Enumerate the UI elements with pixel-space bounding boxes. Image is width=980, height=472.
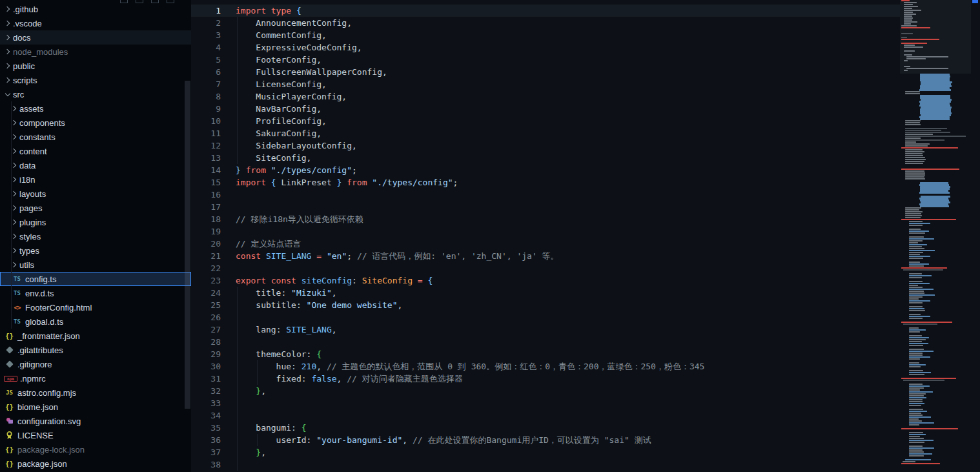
tree-item-pages[interactable]: pages [0, 201, 191, 215]
sidebar-scrollbar[interactable] [185, 81, 190, 409]
minimap[interactable] [900, 0, 971, 472]
code-line-content[interactable]: ExpressiveCodeConfig, [221, 41, 362, 54]
tree-item-npmrc[interactable]: npm.npmrc [0, 371, 191, 385]
code-line-content[interactable] [221, 201, 236, 213]
tree-item-license[interactable]: LICENSE [0, 428, 191, 442]
tree-item-footerconfig-html[interactable]: <>FooterConfig.html [0, 300, 191, 314]
code-line-content[interactable]: subtitle: "One demo website", [221, 299, 402, 311]
code-line-content[interactable] [221, 336, 236, 348]
tree-item-astro-config-mjs[interactable]: JSastro.config.mjs [0, 385, 191, 400]
code-line-content[interactable]: import type { [221, 5, 301, 17]
tree-item-utils[interactable]: utils [0, 258, 191, 272]
tree-item-vscode[interactable]: .vscode [0, 16, 191, 30]
minimap-line [909, 283, 930, 284]
tree-item-styles[interactable]: styles [0, 229, 191, 243]
code-line-content[interactable] [221, 225, 236, 238]
code-line-content[interactable]: ProfileConfig, [221, 115, 327, 127]
tree-item-layouts[interactable]: layouts [0, 187, 191, 201]
code-line-content[interactable]: fixed: false, // 对访问者隐藏主题色选择器 [221, 373, 463, 385]
tree-item-global-d-ts[interactable]: TSglobal.d.ts [0, 314, 191, 329]
tree-item-types[interactable]: types [0, 243, 191, 258]
minimap-line [909, 225, 923, 226]
indent-guide [257, 434, 258, 446]
tree-item-label: content [19, 147, 47, 156]
minimap-line [909, 331, 920, 333]
tree-item-config-ts[interactable]: TSconfig.ts [0, 272, 191, 286]
code-line-content[interactable] [221, 189, 236, 201]
code-line-content[interactable]: lang: SITE_LANG, [221, 323, 337, 336]
line-number: 12 [191, 139, 221, 152]
tree-item-configuration-svg[interactable]: configuration.svg [0, 414, 191, 428]
tree-item-assets[interactable]: assets [0, 101, 191, 116]
code-line-content[interactable]: title: "Mizuki", [221, 287, 337, 299]
code-line-content[interactable]: FooterConfig, [221, 54, 322, 66]
overview-ruler[interactable] [971, 0, 980, 472]
line-number: 29 [191, 348, 221, 360]
code-line-content[interactable] [221, 458, 236, 471]
minimap-line [905, 170, 924, 172]
code-line-content[interactable]: themeColor: { [221, 348, 322, 360]
minimap-line [909, 434, 926, 435]
code-line-content[interactable]: SidebarLayoutConfig, [221, 139, 357, 152]
tree-item-node-modules[interactable]: node_modules [0, 45, 191, 59]
code-line-content[interactable]: FullscreenWallpaperConfig, [221, 66, 387, 78]
minimap-line [901, 378, 956, 379]
line-number: 35 [191, 422, 221, 434]
code-line-content[interactable]: NavBarConfig, [221, 103, 322, 115]
tree-item-package-lock-json[interactable]: {}package-lock.json [0, 442, 191, 457]
code-line-content[interactable]: const SITE_LANG = "en"; // 语言代码，例如: 'en'… [221, 250, 559, 262]
tree-item-frontmatter-json[interactable]: {}_frontmatter.json [0, 329, 191, 343]
code-area[interactable]: 1import type {2 AnnouncementConfig,3 Com… [191, 5, 900, 471]
indent-guide [237, 360, 238, 373]
code-line-content[interactable]: // 定义站点语言 [221, 238, 301, 250]
code-line-content[interactable]: AnnouncementConfig, [221, 17, 352, 29]
tree-item-i18n[interactable]: i18n [0, 172, 191, 187]
tree-item-package-json[interactable]: {}package.json [0, 457, 191, 471]
tree-item-data[interactable]: data [0, 158, 191, 172]
tree-item-constants[interactable]: constants [0, 130, 191, 144]
code-line-content[interactable]: // 移除i18n导入以避免循环依赖 [221, 213, 363, 225]
code-line-content[interactable]: LicenseConfig, [221, 78, 327, 90]
tree-item-components[interactable]: components [0, 116, 191, 130]
tree-item-public[interactable]: public [0, 59, 191, 73]
tree-item-docs[interactable]: docs [0, 30, 191, 45]
minimap-line [909, 246, 922, 247]
code-line-content[interactable]: CommentConfig, [221, 29, 327, 41]
tree-item-github[interactable]: .github [0, 2, 191, 16]
tree-item-label: .npmrc [20, 374, 46, 384]
tree-item-content[interactable]: content [0, 144, 191, 158]
tree-item-biome-json[interactable]: {}biome.json [0, 400, 191, 414]
tree-item-env-d-ts[interactable]: TSenv.d.ts [0, 286, 191, 300]
tree-item-src[interactable]: src [0, 87, 191, 101]
code-line-content[interactable] [221, 311, 236, 323]
minimap-line [909, 258, 923, 259]
minimap-line [905, 151, 924, 152]
code-line-content[interactable]: }, [221, 385, 266, 397]
code-line-content[interactable]: hue: 210, // 主题色的默认色相，范围从 0 到 360。例如：红色：… [221, 360, 704, 373]
code-line-content[interactable]: }, [221, 446, 266, 458]
code-line-content[interactable]: export const siteConfig: SiteConfig = { [221, 274, 433, 287]
minimap-line [905, 176, 924, 178]
code-line-21: 21const SITE_LANG = "en"; // 语言代码，例如: 'e… [191, 250, 900, 262]
tree-item-plugins[interactable]: plugins [0, 215, 191, 229]
minimap-line [909, 345, 923, 346]
tree-item-gitattributes[interactable]: .gitattributes [0, 343, 191, 357]
code-line-content[interactable]: SiteConfig, [221, 152, 311, 164]
code-line-content[interactable]: SakuraConfig, [221, 127, 322, 139]
code-line-content[interactable] [221, 409, 236, 422]
code-line-content[interactable]: userId: "your-bangumi-id", // 在此处设置你的Ban… [221, 434, 651, 446]
code-line-content[interactable]: import { LinkPreset } from "./types/conf… [221, 176, 458, 189]
code-line-content[interactable]: MusicPlayerConfig, [221, 90, 347, 103]
code-line-content[interactable] [221, 262, 236, 274]
tree-item-label: config.ts [25, 274, 56, 284]
code-line-content[interactable]: } from "./types/config"; [221, 164, 357, 176]
tree-item-gitignore[interactable]: .gitignore [0, 357, 191, 371]
minimap-line [901, 33, 913, 34]
minimap-line [909, 409, 923, 410]
minimap-line [909, 384, 923, 385]
tree-item-scripts[interactable]: scripts [0, 73, 191, 87]
indent-guide [237, 103, 238, 115]
code-line-content[interactable] [221, 397, 236, 409]
chevron-right-icon [3, 21, 13, 25]
code-line-content[interactable]: bangumi: { [221, 422, 307, 434]
